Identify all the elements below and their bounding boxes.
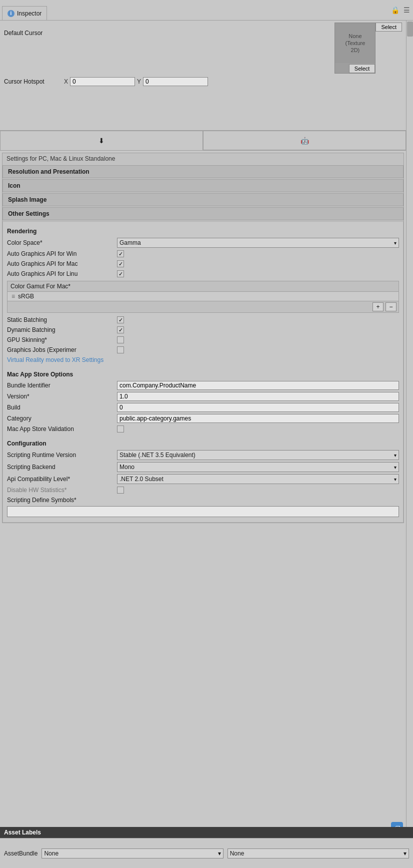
validation-checkbox[interactable] xyxy=(117,425,124,432)
auto-api-win-label: Auto Graphics API for Win xyxy=(7,250,117,257)
disable-hw-row: Disable HW Statistics* xyxy=(7,485,399,495)
color-gamut-srgb-row: ≡ sRGB xyxy=(8,292,398,301)
x-axis-label: X xyxy=(64,78,68,85)
icon-label: Icon xyxy=(8,182,20,189)
scripting-backend-row: Scripting Backend Mono ▾ xyxy=(7,461,399,473)
settings-area: Settings for PC, Mac & Linux Standalone … xyxy=(2,153,404,523)
bundle-id-label: Bundle Identifier xyxy=(7,382,117,389)
drag-handle-icon: ≡ xyxy=(12,293,15,300)
version-input[interactable] xyxy=(117,392,399,401)
build-label: Build xyxy=(7,404,117,411)
inspector-tab[interactable]: i Inspector xyxy=(2,6,47,20)
inspector-tab-bar: i Inspector 🔒 ☰ xyxy=(0,0,413,21)
scripting-runtime-arrow: ▾ xyxy=(394,453,396,458)
auto-api-mac-label: Auto Graphics API for Mac xyxy=(7,260,117,267)
texture-box: None (Texture 2D) xyxy=(335,23,375,63)
xr-link-row: Virtual Reality moved to XR Settings xyxy=(7,355,399,365)
api-compat-arrow: ▾ xyxy=(394,477,396,482)
asset-bundle-bar: AssetBundle None ▾ None ▾ xyxy=(0,838,413,868)
configuration-title: Configuration xyxy=(7,440,399,447)
assetbundle-label: AssetBundle xyxy=(4,850,38,857)
disable-hw-checkbox[interactable] xyxy=(117,487,124,494)
auto-api-linux-checkbox[interactable] xyxy=(117,270,124,277)
graphics-jobs-row: Graphics Jobs (Experimer xyxy=(7,345,399,355)
select-top-btn[interactable]: Select xyxy=(376,23,402,32)
color-space-dropdown-inner[interactable]: Gamma ▾ xyxy=(117,238,399,248)
scripting-backend-label: Scripting Backend xyxy=(7,464,117,471)
static-batching-checkbox[interactable] xyxy=(117,316,124,323)
platform-tab-android[interactable]: 🤖 xyxy=(203,131,406,150)
section-other[interactable]: Other Settings xyxy=(2,207,404,220)
api-compat-value: .NET 2.0 Subset xyxy=(120,476,164,483)
section-icon[interactable]: Icon xyxy=(2,179,404,192)
auto-api-linux-row: Auto Graphics API for Linu xyxy=(7,269,399,279)
color-space-value: Gamma xyxy=(120,239,141,246)
info-icon: i xyxy=(8,10,14,17)
scrollbar-thumb xyxy=(407,22,413,37)
pc-icon: ⬇ xyxy=(98,137,104,145)
rendering-title: Rendering xyxy=(7,228,399,235)
static-batching-label: Static Batching xyxy=(7,316,117,323)
scripting-runtime-dropdown[interactable]: Stable (.NET 3.5 Equivalent) ▾ xyxy=(117,450,399,460)
bundle-id-input[interactable] xyxy=(117,381,399,390)
lock-icon[interactable]: 🔒 xyxy=(390,5,400,15)
auto-api-linux-label: Auto Graphics API for Linu xyxy=(7,270,117,277)
scripting-backend-value: Mono xyxy=(120,464,134,471)
assetbundle-dropdown-2[interactable]: None ▾ xyxy=(228,848,409,858)
dynamic-batching-checkbox[interactable] xyxy=(117,326,124,333)
select-button-top[interactable]: Select xyxy=(376,23,402,32)
color-gamut-buttons: + − xyxy=(8,301,398,312)
auto-api-mac-checkbox[interactable] xyxy=(117,260,124,267)
build-input[interactable] xyxy=(117,403,399,412)
scripting-backend-dropdown[interactable]: Mono ▾ xyxy=(117,462,399,472)
x-input[interactable] xyxy=(70,77,135,86)
assetbundle-dropdown-1[interactable]: None ▾ xyxy=(42,848,223,858)
xr-link[interactable]: Virtual Reality moved to XR Settings xyxy=(7,356,104,363)
color-gamut-section: Color Gamut For Mac* ≡ sRGB + − xyxy=(7,281,399,313)
category-input[interactable] xyxy=(117,414,399,423)
gpu-skinning-checkbox[interactable] xyxy=(117,336,124,343)
default-cursor-label: Default Cursor xyxy=(4,30,74,37)
auto-api-mac-row: Auto Graphics API for Mac xyxy=(7,259,399,269)
disable-hw-label: Disable HW Statistics* xyxy=(7,487,117,494)
auto-api-win-checkbox[interactable] xyxy=(117,250,124,257)
color-space-row: Color Space* Gamma ▾ xyxy=(7,237,399,249)
main-content: Select None (Texture 2D) Select Default … xyxy=(0,21,406,523)
api-compat-label: Api Compatibility Level* xyxy=(7,476,117,483)
graphics-jobs-checkbox[interactable] xyxy=(117,346,124,353)
api-compat-row: Api Compatibility Level* .NET 2.0 Subset… xyxy=(7,473,399,485)
assetbundle-arrow-1: ▾ xyxy=(218,850,221,857)
hotspot-label: Cursor Hotspot xyxy=(4,78,64,85)
assetbundle-option1: None xyxy=(44,850,58,857)
menu-icon[interactable]: ☰ xyxy=(402,5,411,15)
add-gamut-button[interactable]: + xyxy=(372,302,384,311)
section-resolution[interactable]: Resolution and Presentation xyxy=(2,165,404,178)
api-compat-dropdown[interactable]: .NET 2.0 Subset ▾ xyxy=(117,474,399,484)
graphics-jobs-label: Graphics Jobs (Experimer xyxy=(7,346,117,353)
color-space-dropdown[interactable]: Gamma ▾ xyxy=(117,238,399,248)
y-input[interactable] xyxy=(143,77,208,86)
scripting-runtime-label: Scripting Runtime Version xyxy=(7,452,117,459)
cursor-hotspot-row: Cursor Hotspot X Y xyxy=(4,76,402,88)
category-label: Category xyxy=(7,415,117,422)
dynamic-batching-row: Dynamic Batching xyxy=(7,325,399,335)
validation-row: Mac App Store Validation xyxy=(7,424,399,434)
settings-for-label: Settings for PC, Mac & Linux Standalone xyxy=(2,153,404,164)
other-label: Other Settings xyxy=(8,210,50,217)
scripting-define-row: Scripting Define Symbols* xyxy=(7,495,399,505)
scripting-runtime-value: Stable (.NET 3.5 Equivalent) xyxy=(120,452,196,459)
section-splash[interactable]: Splash Image xyxy=(2,193,404,206)
color-space-arrow: ▾ xyxy=(394,240,396,246)
assetbundle-arrow-2: ▾ xyxy=(404,850,406,857)
color-gamut-header: Color Gamut For Mac* xyxy=(8,281,398,292)
mac-store-title: Mac App Store Options xyxy=(7,371,399,378)
y-axis-label: Y xyxy=(137,78,141,85)
select-bottom-btn[interactable]: Select xyxy=(349,64,376,73)
platform-tab-pc[interactable]: ⬇ xyxy=(0,131,203,150)
scrollbar[interactable] xyxy=(406,21,413,838)
remove-gamut-button[interactable]: − xyxy=(386,302,396,311)
cursor-section: Select None (Texture 2D) Select Default … xyxy=(0,21,406,131)
scripting-define-input[interactable] xyxy=(7,506,399,517)
splash-label: Splash Image xyxy=(8,196,46,203)
srgb-label: sRGB xyxy=(18,293,34,300)
